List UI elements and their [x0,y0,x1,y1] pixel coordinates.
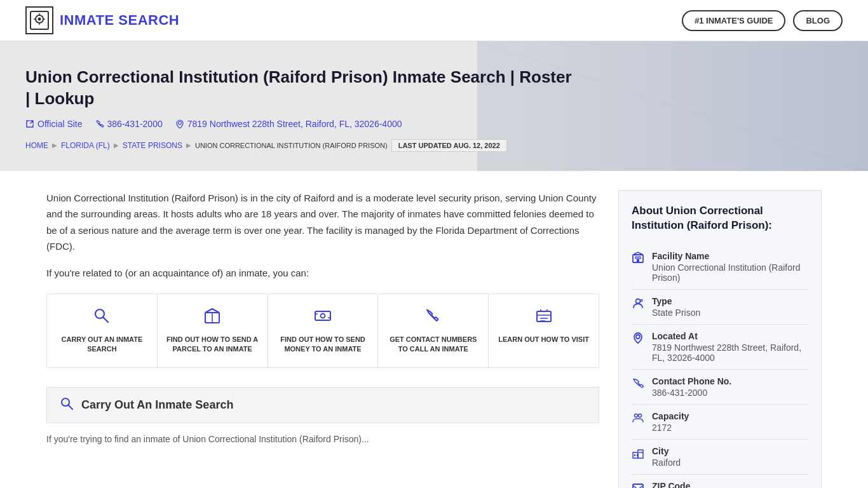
search-icon [93,307,111,329]
facility-icon [632,252,644,268]
svg-rect-28 [637,259,639,262]
contact-phone-icon [632,377,644,393]
section-description: If you're trying to find an inmate of Un… [46,432,599,446]
info-row-phone: Contact Phone No. 386-431-2000 [632,370,808,405]
inmate-search-section-header: Carry Out An Inmate Search [46,387,599,423]
svg-point-33 [636,335,640,339]
info-row-location: Located At 7819 Northwest 228th Street, … [632,325,808,370]
svg-point-32 [641,300,642,302]
hero-section: Union Correctional Institution (Raiford … [0,41,868,171]
svg-point-35 [639,414,642,417]
capacity-icon [632,412,644,428]
phone-value: 386-431-2000 [652,388,731,398]
city-icon [632,447,644,463]
location-value: 7819 Northwest 228th Street, Raiford, FL… [652,342,808,363]
svg-rect-17 [537,311,551,322]
description-paragraph2: If you're related to (or an acquaintance… [46,265,599,281]
blog-button[interactable]: BLOG [793,10,843,31]
svg-line-24 [69,405,73,409]
action-cards: CARRY OUT AN INMATE SEARCH FIND OUT HOW … [46,294,599,368]
svg-rect-26 [635,257,637,259]
svg-rect-27 [639,257,641,259]
section-title: Carry Out An Inmate Search [81,398,233,412]
phone-icon [424,307,442,329]
svg-point-34 [635,414,638,417]
hero-meta: Official Site 386-431-2000 7819 Northwes… [25,119,572,129]
logo-text: INMATE SEARCH [60,12,179,29]
action-card-parcel[interactable]: FIND OUT HOW TO SEND A PARCEL TO AN INMA… [158,294,268,367]
capacity-value: 2172 [652,423,689,433]
svg-rect-39 [637,454,638,456]
last-updated-badge: LAST UPDATED AUG. 12, 2022 [391,139,507,152]
city-label: City [652,446,681,456]
logo[interactable]: INMATE SEARCH [25,6,179,34]
location-label: Located At [652,331,808,341]
page-title: Union Correctional Institution (Raiford … [25,67,572,110]
capacity-label: Capacity [652,411,689,421]
header-nav: #1 INMATE'S GUIDE BLOG [682,10,843,31]
svg-point-14 [320,314,325,318]
sidebar: About Union Correctional Institution (Ra… [618,190,822,488]
visit-icon [535,307,553,329]
description-paragraph1: Union Correctional Institution (Raiford … [46,190,599,255]
action-card-parcel-label: FIND OUT HOW TO SEND A PARCEL TO AN INMA… [164,335,261,355]
action-card-search-label: CARRY OUT AN INMATE SEARCH [53,335,151,355]
phone-label: Contact Phone No. [652,376,731,386]
action-card-money-label: FIND OUT HOW TO SEND MONEY TO AN INMATE [275,335,372,355]
zip-icon [632,482,644,488]
action-card-visit-label: LEARN OUT HOW TO VISIT [498,335,589,344]
breadcrumb-current: UNION CORRECTIONAL INSTITUTION (RAIFORD … [195,142,388,149]
zip-label: ZIP Code [652,481,700,488]
action-card-contact-label: GET CONTACT NUMBERS TO CALL AN INMATE [384,335,482,355]
action-card-contact[interactable]: GET CONTACT NUMBERS TO CALL AN INMATE [378,294,489,367]
svg-point-7 [178,121,181,125]
svg-rect-41 [641,452,642,453]
parcel-icon [203,307,221,329]
breadcrumb: HOME ▶ FLORIDA (FL) ▶ STATE PRISONS ▶ UN… [25,139,572,152]
money-icon [314,307,332,329]
info-row-capacity: Capacity 2172 [632,405,808,440]
city-value: Raiford [652,458,681,468]
info-row-facility-name: Facility Name Union Correctional Institu… [632,245,808,290]
logo-icon [25,6,53,34]
main-layout: Union Correctional Institution (Raiford … [21,171,847,488]
type-value: State Prison [652,308,700,318]
action-card-money[interactable]: FIND OUT HOW TO SEND MONEY TO AN INMATE [268,294,379,367]
facility-name-value: Union Correctional Institution (Raiford … [652,262,808,283]
facility-name-label: Facility Name [652,251,808,261]
type-icon [632,297,644,313]
info-row-city: City Raiford [632,440,808,475]
info-row-zip: ZIP Code 32026-4000 [632,475,808,488]
breadcrumb-home[interactable]: HOME [25,141,48,150]
breadcrumb-florida[interactable]: FLORIDA (FL) [61,141,110,150]
svg-rect-40 [639,452,641,453]
info-row-type: Type State Prison [632,290,808,325]
svg-line-9 [104,318,109,323]
svg-point-6 [38,18,41,21]
about-box: About Union Correctional Institution (Ra… [618,190,822,488]
section-search-icon [60,396,74,414]
svg-rect-13 [315,311,330,320]
svg-rect-38 [634,454,635,456]
breadcrumb-state-prisons[interactable]: STATE PRISONS [123,141,182,150]
sidebar-title: About Union Correctional Institution (Ra… [632,203,808,234]
inmates-guide-button[interactable]: #1 INMATE'S GUIDE [682,10,785,31]
phone-link[interactable]: 386-431-2000 [95,119,163,129]
action-card-visit[interactable]: LEARN OUT HOW TO VISIT [489,294,599,367]
main-content: Union Correctional Institution (Raiford … [46,190,599,488]
header: INMATE SEARCH #1 INMATE'S GUIDE BLOG [0,0,868,41]
type-label: Type [652,296,700,306]
official-site-link[interactable]: Official Site [25,119,83,129]
svg-rect-37 [638,450,643,458]
action-card-search[interactable]: CARRY OUT AN INMATE SEARCH [47,294,158,367]
location-icon [632,332,644,348]
address-info: 7819 Northwest 228th Street, Raiford, FL… [175,119,402,129]
svg-point-31 [636,299,641,304]
